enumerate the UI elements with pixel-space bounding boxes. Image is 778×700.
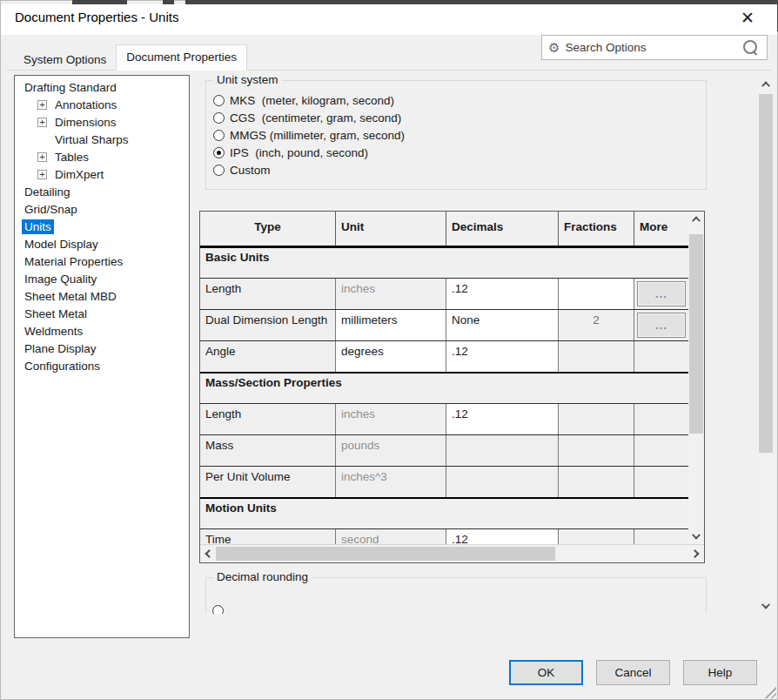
unit-cell[interactable]: inches (336, 279, 446, 309)
radio-label: MMGS (millimeter, gram, second) (230, 129, 405, 142)
fractions-cell[interactable] (559, 404, 634, 434)
column-header-fractions: Fractions (559, 212, 634, 246)
unit-cell[interactable]: millimeters (336, 310, 446, 340)
units-table-rows: Basic UnitsLengthinches.12...Dual Dimens… (200, 246, 688, 544)
tree-item-detailing[interactable]: Detailing (15, 183, 189, 200)
tree-item-label: Weldments (22, 324, 85, 339)
scroll-right-icon[interactable] (688, 545, 704, 562)
unit-row-length: Lengthinches.12 (200, 403, 688, 434)
tree-item-label: Virtual Sharps (52, 132, 131, 147)
table-vertical-scrollbar[interactable] (688, 212, 704, 544)
panel-vscroll-thumb[interactable] (759, 94, 773, 453)
help-button[interactable]: Help (683, 660, 757, 685)
unit-row-length: Lengthinches.12... (200, 278, 688, 309)
unit-cell[interactable]: inches^3 (336, 467, 446, 497)
unit-cell[interactable]: degrees (336, 341, 446, 372)
unit-system-option-custom[interactable]: Custom (213, 161, 699, 178)
tree-item-label: Units (22, 219, 54, 234)
radio-button-icon[interactable] (213, 112, 225, 124)
ok-button[interactable]: OK (509, 660, 583, 685)
tree-item-label: Detailing (22, 185, 73, 199)
more-options-button[interactable]: ... (637, 313, 686, 338)
radio-button-icon[interactable] (212, 605, 224, 614)
section-label: Basic Units (200, 248, 270, 278)
radio-button-icon[interactable] (213, 95, 225, 106)
tree-item-model-display[interactable]: Model Display (15, 235, 189, 252)
section-label: Mass/Section Properties (200, 374, 342, 403)
tree-item-weldments[interactable]: Weldments (15, 322, 189, 340)
section-label: Motion Units (200, 499, 277, 528)
decimals-cell[interactable]: .12 (446, 404, 559, 434)
unit-cell[interactable]: pounds (336, 435, 446, 466)
tree-item-dimxpert[interactable]: +DimXpert (15, 165, 189, 183)
expand-plus-icon[interactable]: + (37, 152, 47, 162)
tab-bar: System OptionsDocument Properties (14, 44, 247, 71)
unit-system-group-label: Unit system (213, 75, 282, 86)
fractions-cell[interactable] (559, 467, 634, 497)
tree-item-sheet-metal[interactable]: Sheet Metal (15, 305, 189, 322)
tree-item-drafting-standard[interactable]: Drafting Standard (15, 78, 189, 96)
decimals-cell[interactable]: .12 (446, 341, 559, 372)
panel-vertical-scrollbar[interactable] (758, 77, 774, 614)
column-header-more: More (634, 212, 688, 246)
radio-button-icon[interactable] (213, 147, 225, 158)
tree-item-units[interactable]: Units (15, 218, 189, 235)
tree-item-configurations[interactable]: Configurations (15, 357, 189, 374)
tree-item-grid-snap[interactable]: Grid/Snap (15, 200, 189, 218)
close-icon[interactable]: ✕ (741, 7, 755, 30)
decimals-cell[interactable]: None (446, 310, 559, 340)
unit-row-angle: Angledegrees.12 (200, 340, 688, 372)
column-header-unit: Unit (336, 212, 446, 246)
radio-button-icon[interactable] (213, 130, 225, 141)
radio-label: IPS (inch, pound, second) (230, 146, 368, 159)
fractions-cell[interactable]: 2 (559, 310, 634, 340)
table-hscroll-thumb[interactable] (216, 547, 555, 561)
gear-icon[interactable]: ⚙ (548, 41, 560, 54)
expand-plus-icon[interactable]: + (37, 170, 47, 179)
unit-cell[interactable]: inches (336, 404, 446, 434)
more-options-button[interactable]: ... (637, 281, 686, 306)
tab-document-properties[interactable]: Document Properties (116, 44, 247, 71)
resize-grip[interactable] (763, 685, 776, 698)
tree-item-material-properties[interactable]: Material Properties (15, 252, 189, 270)
unit-system-option-mks[interactable]: MKS (meter, kilogram, second) (213, 91, 699, 109)
tree-item-label: Tables (52, 150, 91, 165)
search-options-box[interactable]: ⚙ Search Options (541, 35, 768, 60)
scroll-left-icon[interactable] (200, 545, 216, 562)
table-horizontal-scrollbar[interactable] (200, 544, 704, 562)
expand-plus-icon[interactable]: + (37, 118, 47, 127)
tree-item-plane-display[interactable]: Plane Display (15, 340, 189, 357)
fractions-cell[interactable] (559, 529, 634, 544)
search-input[interactable]: Search Options (565, 41, 743, 54)
decimals-cell[interactable]: .12 (446, 529, 559, 544)
tree-item-dimensions[interactable]: +Dimensions (15, 113, 189, 131)
fractions-cell[interactable] (559, 341, 634, 372)
radio-button-icon[interactable] (213, 165, 225, 176)
cancel-button[interactable]: Cancel (596, 660, 670, 685)
table-vscroll-thumb[interactable] (689, 234, 703, 434)
unit-system-option-mmgs[interactable]: MMGS (millimeter, gram, second) (213, 126, 699, 144)
tree-item-tables[interactable]: +Tables (15, 148, 189, 165)
units-table-scroll-area: TypeUnitDecimalsFractionsMore Basic Unit… (200, 212, 688, 544)
search-icon[interactable] (743, 40, 758, 55)
tree-item-label: Image Quality (22, 272, 99, 286)
fractions-cell[interactable] (559, 435, 634, 466)
scroll-down-icon[interactable] (758, 598, 774, 614)
tab-system-options[interactable]: System Options (14, 50, 116, 71)
decimals-cell[interactable] (446, 467, 559, 497)
scroll-up-icon[interactable] (758, 77, 774, 92)
tree-item-virtual-sharps[interactable]: Virtual Sharps (15, 131, 189, 148)
tree-item-label: Dimensions (52, 115, 119, 130)
fractions-cell[interactable] (559, 279, 634, 309)
unit-system-option-cgs[interactable]: CGS (centimeter, gram, second) (213, 109, 699, 126)
unit-system-option-ips[interactable]: IPS (inch, pound, second) (213, 144, 699, 161)
tree-item-image-quality[interactable]: Image Quality (15, 270, 189, 287)
tree-item-sheet-metal-mbd[interactable]: Sheet Metal MBD (15, 287, 189, 305)
scroll-up-icon[interactable] (688, 212, 704, 227)
decimals-cell[interactable] (446, 435, 559, 466)
unit-cell[interactable]: second (336, 529, 446, 544)
tree-item-annotations[interactable]: +Annotations (15, 96, 189, 113)
decimals-cell[interactable]: .12 (446, 279, 559, 309)
scroll-down-icon[interactable] (688, 528, 704, 544)
expand-plus-icon[interactable]: + (37, 100, 47, 110)
